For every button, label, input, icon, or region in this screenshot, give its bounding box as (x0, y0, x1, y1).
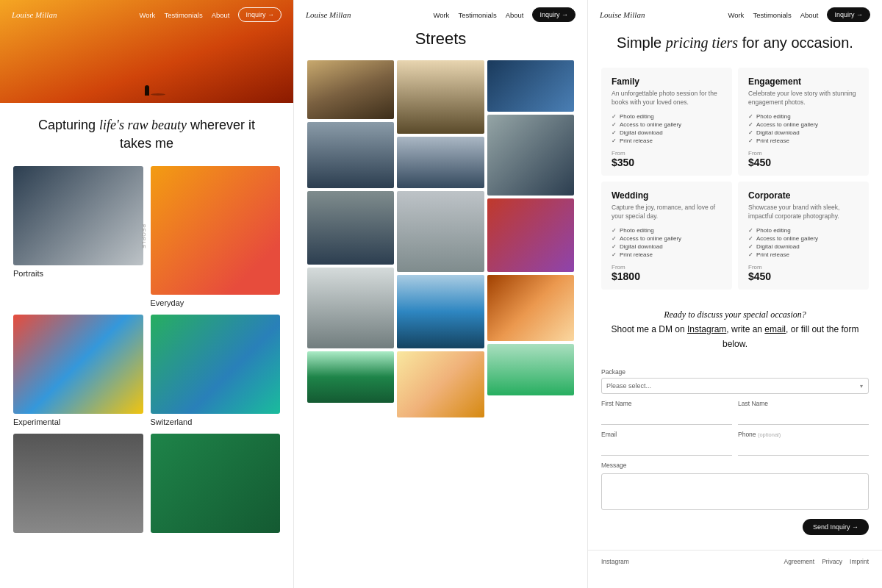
pricing-price-wedding: $1800 (612, 270, 722, 282)
street-photo-3[interactable] (487, 60, 574, 112)
pricing-heading-italic: pricing tiers (666, 35, 738, 51)
category-item-archway[interactable] (13, 434, 143, 533)
feature-corporate-2: ✓Access to online gallery (748, 235, 858, 242)
street-photo-10[interactable] (307, 268, 394, 348)
everyday-image (151, 166, 281, 295)
street-photo-12[interactable] (487, 275, 574, 341)
feature-engagement-1: ✓Photo editing (748, 113, 858, 120)
street-photo-9[interactable] (487, 198, 574, 272)
send-inquiry-button[interactable]: Send Inquiry → (803, 519, 869, 535)
hero-figure (145, 85, 149, 96)
instagram-footer-link[interactable]: Instagram (601, 558, 629, 565)
street-photo-15[interactable] (487, 344, 574, 395)
pricing-from-corporate: From (748, 264, 858, 270)
nav-work-3[interactable]: Work (728, 11, 744, 19)
street-photo-7[interactable] (307, 191, 394, 265)
message-input[interactable] (601, 473, 869, 510)
street-photo-2[interactable] (397, 60, 484, 134)
cta-text: Ready to discuss your special occasion? … (588, 300, 882, 362)
check-icon: ✓ (612, 121, 617, 128)
check-icon: ✓ (612, 227, 617, 234)
phone-input[interactable] (738, 442, 869, 456)
pricing-card-corporate: Corporate Showcase your brand with sleek… (738, 182, 869, 290)
panel-home: Louise Millan Work Testimonials About In… (0, 0, 294, 588)
street-photo-1[interactable] (307, 60, 394, 119)
first-name-label: First Name (601, 400, 732, 407)
pricing-title-engagement: Engagement (748, 76, 858, 87)
street-photo-8[interactable] (397, 191, 484, 272)
last-name-field: Last Name (738, 394, 869, 425)
first-name-input[interactable] (601, 411, 732, 425)
last-name-input[interactable] (738, 411, 869, 425)
contact-row: Email Phone (optional) (601, 425, 869, 456)
nav-links-panel2: Work Testimonials About Inquiry → (433, 7, 576, 22)
feature-engagement-4: ✓Print release (748, 137, 858, 144)
street-photo-6[interactable] (487, 115, 574, 196)
page-footer: Instagram Agreement Privacy Imprint (588, 550, 882, 571)
email-link[interactable]: email (764, 324, 786, 334)
last-name-label: Last Name (738, 400, 869, 407)
category-item-portraits[interactable]: Portraits PEOPLE (13, 166, 143, 307)
first-name-field: First Name (601, 394, 732, 425)
inquiry-button-1[interactable]: Inquiry → (238, 7, 282, 22)
email-input[interactable] (601, 442, 732, 456)
footer-links: Agreement Privacy Imprint (784, 558, 869, 565)
nav-testimonials-3[interactable]: Testimonials (753, 11, 791, 19)
hero-heading: Capturing life's raw beauty wherever it … (0, 103, 293, 163)
experimental-label: Experimental (13, 417, 143, 426)
agreement-link[interactable]: Agreement (784, 558, 815, 565)
gallery-col-1 (307, 60, 394, 417)
pricing-card-wedding: Wedding Capture the joy, romance, and lo… (601, 182, 732, 290)
nav-about-1[interactable]: About (212, 11, 230, 19)
panel-pricing: Louise Millan Work Testimonials About In… (588, 0, 882, 588)
street-photo-5[interactable] (397, 137, 484, 188)
cta-italic: Ready to discuss your special occasion? (664, 309, 806, 320)
package-select[interactable]: Please select...FamilyEngagementWeddingC… (601, 378, 869, 394)
imprint-link[interactable]: Imprint (850, 558, 869, 565)
category-item-switzerland[interactable]: Switzerland (151, 315, 281, 426)
street-photo-4[interactable] (307, 122, 394, 188)
nav-panel1: Louise Millan Work Testimonials About In… (0, 0, 293, 29)
pricing-card-family: Family An unforgettable photo session fo… (601, 68, 732, 176)
heading-italic: life's raw beauty (99, 118, 187, 132)
nav-work-1[interactable]: Work (139, 11, 155, 19)
pricing-title-corporate: Corporate (748, 190, 858, 201)
inquiry-button-3[interactable]: Inquiry → (827, 7, 870, 22)
street-photo-13[interactable] (307, 351, 394, 403)
category-item-experimental[interactable]: Experimental (13, 315, 143, 426)
feature-family-3: ✓Digital download (612, 129, 722, 136)
check-icon: ✓ (612, 137, 617, 144)
category-item-everyday[interactable]: Everyday (151, 166, 281, 307)
switzerland-image (151, 315, 281, 414)
pricing-desc-wedding: Capture the joy, romance, and love of yo… (612, 204, 722, 221)
forest-image (151, 434, 281, 533)
nav-about-2[interactable]: About (506, 11, 524, 19)
street-photo-11[interactable] (397, 275, 484, 348)
pricing-price-family: $350 (612, 157, 722, 168)
portrait-label: Portraits (13, 269, 143, 278)
check-icon: ✓ (612, 243, 617, 250)
nav-work-2[interactable]: Work (433, 11, 449, 19)
check-icon: ✓ (748, 129, 753, 136)
phone-label: Phone (optional) (738, 431, 869, 438)
logo-panel2: Louise Millan (306, 10, 351, 19)
logo-panel1: Louise Millan (12, 10, 57, 19)
gallery-col-2 (397, 60, 484, 417)
pricing-card-engagement: Engagement Celebrate your love story wit… (738, 68, 869, 176)
nav-testimonials-1[interactable]: Testimonials (164, 11, 202, 19)
feature-family-2: ✓Access to online gallery (612, 121, 722, 128)
pricing-title-family: Family (612, 76, 722, 87)
feature-wedding-3: ✓Digital download (612, 243, 722, 250)
inquiry-button-2[interactable]: Inquiry → (532, 7, 576, 22)
privacy-link[interactable]: Privacy (822, 558, 842, 565)
nav-about-3[interactable]: About (800, 11, 819, 19)
street-photo-14[interactable] (397, 351, 484, 417)
instagram-link[interactable]: Instagram (687, 324, 726, 334)
check-icon: ✓ (748, 113, 753, 120)
nav-testimonials-2[interactable]: Testimonials (458, 11, 496, 19)
check-icon: ✓ (612, 251, 617, 258)
category-item-forest[interactable] (151, 434, 281, 533)
experimental-image (13, 315, 143, 414)
panel-streets: Louise Millan Work Testimonials About In… (294, 0, 588, 588)
check-icon: ✓ (748, 235, 753, 242)
